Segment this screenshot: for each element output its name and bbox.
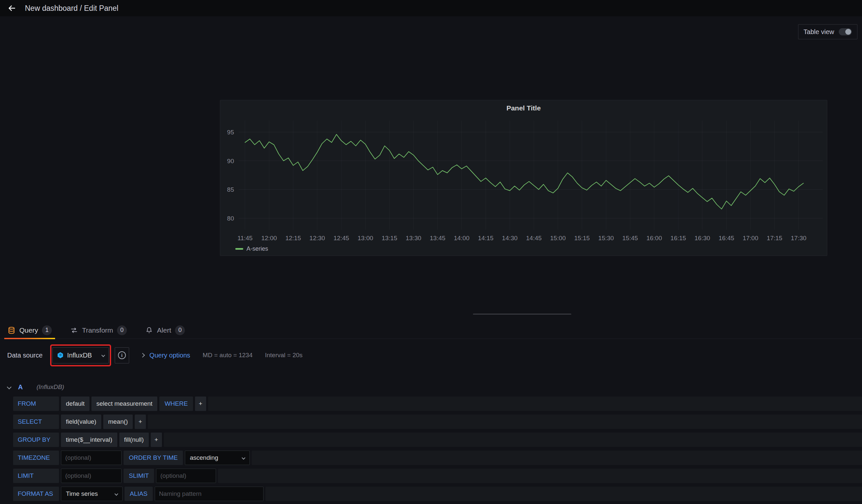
datasource-picker[interactable]: InfluxDB bbox=[52, 347, 109, 363]
svg-text:14:45: 14:45 bbox=[526, 235, 542, 241]
database-icon bbox=[8, 327, 15, 334]
select-label: SELECT bbox=[13, 414, 59, 429]
query-row-timezone: TIMEZONEORDER BY TIMEascending bbox=[13, 451, 862, 465]
query-row-limit: LIMITSLIMIT bbox=[13, 468, 862, 483]
svg-text:15:15: 15:15 bbox=[574, 235, 590, 241]
svg-text:16:00: 16:00 bbox=[646, 235, 662, 241]
svg-text:16:15: 16:15 bbox=[670, 235, 686, 241]
select-field-segment[interactable]: field(value) bbox=[61, 414, 101, 429]
svg-text:14:00: 14:00 bbox=[454, 235, 470, 241]
query-row-filler bbox=[218, 468, 862, 483]
datasource-help-button[interactable]: i bbox=[115, 347, 129, 363]
tab-alert[interactable]: Alert 0 bbox=[145, 322, 185, 339]
svg-text:85: 85 bbox=[227, 186, 234, 193]
info-icon: i bbox=[118, 351, 126, 359]
query-datasource-hint: (InfluxDB) bbox=[36, 383, 64, 390]
svg-text:17:30: 17:30 bbox=[791, 235, 807, 241]
svg-text:15:30: 15:30 bbox=[598, 235, 614, 241]
svg-text:14:15: 14:15 bbox=[478, 235, 494, 241]
query-row-group-by: GROUP BYtime($__interval)fill(null)+ bbox=[13, 433, 862, 447]
back-arrow-icon[interactable] bbox=[6, 3, 17, 13]
datasource-label: Data source bbox=[7, 352, 43, 359]
format-as-select[interactable]: Time series bbox=[61, 487, 122, 501]
query-rows: FROMdefaultselect measurementWHERE+SELEC… bbox=[13, 397, 862, 504]
chevron-down-icon bbox=[101, 353, 105, 357]
query-row-filler bbox=[265, 487, 862, 501]
group-by-time-segment[interactable]: time($__interval) bbox=[61, 433, 117, 447]
svg-text:14:30: 14:30 bbox=[502, 235, 518, 241]
datasource-picker-highlight: InfluxDB bbox=[52, 347, 109, 363]
order-by-time-select[interactable]: ascending bbox=[185, 451, 250, 465]
query-row-filler bbox=[208, 397, 862, 411]
top-navigation-bar: New dashboard / Edit Panel bbox=[0, 0, 862, 16]
svg-text:17:15: 17:15 bbox=[767, 235, 782, 241]
svg-text:17:00: 17:00 bbox=[743, 235, 758, 241]
edit-tabs-bar: Query 1 Transform 0 Alert 0 bbox=[0, 322, 862, 339]
panel-title: Panel Title bbox=[220, 100, 827, 112]
svg-text:12:15: 12:15 bbox=[286, 235, 301, 241]
query-row-from: FROMdefaultselect measurementWHERE+ bbox=[13, 397, 862, 411]
series-color-swatch bbox=[235, 248, 243, 250]
alias-input[interactable] bbox=[155, 487, 263, 501]
tab-alert-count-badge: 0 bbox=[175, 326, 185, 335]
max-data-points-summary: MD = auto = 1234 bbox=[203, 352, 252, 359]
svg-text:13:15: 13:15 bbox=[381, 235, 397, 241]
alias-label: ALIAS bbox=[125, 487, 153, 501]
query-row-header[interactable]: A (InfluxDB) bbox=[8, 381, 64, 393]
where-add-button[interactable]: + bbox=[195, 397, 206, 411]
breadcrumb: New dashboard / Edit Panel bbox=[25, 4, 118, 13]
query-row-format-as: FORMAT ASTime seriesALIAS bbox=[13, 487, 862, 501]
svg-text:16:30: 16:30 bbox=[694, 235, 710, 241]
timeseries-chart: 11:4512:0012:1512:3012:4513:0013:1513:30… bbox=[220, 117, 827, 248]
query-ref-id: A bbox=[18, 383, 23, 391]
query-row-filler bbox=[148, 414, 862, 429]
tab-query-count-badge: 1 bbox=[42, 326, 52, 335]
from-policy-segment[interactable]: default bbox=[61, 397, 90, 411]
table-view-label: Table view bbox=[804, 28, 834, 36]
influxdb-logo-icon bbox=[57, 352, 64, 359]
table-view-control: Table view bbox=[798, 24, 858, 39]
query-options-chevron-icon[interactable] bbox=[140, 353, 145, 358]
chevron-down-icon bbox=[242, 456, 246, 460]
limit-input[interactable] bbox=[61, 468, 121, 483]
legend: A-series bbox=[235, 246, 268, 252]
panel-resize-handle[interactable] bbox=[473, 314, 571, 315]
tab-transform-count-badge: 0 bbox=[117, 326, 127, 335]
order-by-time-label: ORDER BY TIME bbox=[123, 451, 183, 465]
query-row-select: SELECTfield(value)mean()+ bbox=[13, 414, 862, 429]
group-by-label: GROUP BY bbox=[13, 433, 59, 447]
datasource-row: Data source InfluxDB i Query options MD … bbox=[0, 345, 862, 366]
svg-text:90: 90 bbox=[227, 158, 234, 164]
svg-text:16:45: 16:45 bbox=[718, 235, 734, 241]
series-legend-label[interactable]: A-series bbox=[247, 246, 268, 252]
group-by-fill-segment[interactable]: fill(null) bbox=[119, 433, 149, 447]
svg-text:11:45: 11:45 bbox=[238, 235, 253, 241]
order-by-time-select-value: ascending bbox=[190, 454, 218, 461]
svg-text:12:30: 12:30 bbox=[310, 235, 325, 241]
query-options-link[interactable]: Query options bbox=[149, 352, 191, 359]
panel: Panel Title 11:4512:0012:1512:3012:4513:… bbox=[220, 100, 827, 256]
format-as-select-value: Time series bbox=[66, 490, 98, 498]
collapse-chevron-icon bbox=[7, 385, 12, 389]
select-mean-segment[interactable]: mean() bbox=[103, 414, 133, 429]
tab-query-label: Query bbox=[19, 327, 38, 334]
format-as-label: FORMAT AS bbox=[13, 487, 59, 501]
timezone-input[interactable] bbox=[61, 451, 121, 465]
bell-icon bbox=[145, 327, 153, 334]
interval-summary: Interval = 20s bbox=[265, 352, 302, 359]
timezone-label: TIMEZONE bbox=[13, 451, 59, 465]
tab-query[interactable]: Query 1 bbox=[8, 322, 52, 339]
svg-text:13:30: 13:30 bbox=[406, 235, 421, 241]
slimit-input[interactable] bbox=[156, 468, 216, 483]
from-label: FROM bbox=[13, 397, 59, 411]
svg-text:80: 80 bbox=[227, 215, 234, 222]
where-label: WHERE bbox=[159, 397, 193, 411]
table-view-toggle[interactable] bbox=[839, 28, 852, 36]
datasource-value: InfluxDB bbox=[67, 352, 99, 359]
group-by-add-button[interactable]: + bbox=[151, 433, 162, 447]
tab-alert-label: Alert bbox=[157, 327, 171, 334]
query-row-filler bbox=[252, 451, 862, 465]
from-measurement-segment[interactable]: select measurement bbox=[91, 397, 157, 411]
select-add-button[interactable]: + bbox=[135, 414, 146, 429]
tab-transform[interactable]: Transform 0 bbox=[70, 322, 127, 339]
